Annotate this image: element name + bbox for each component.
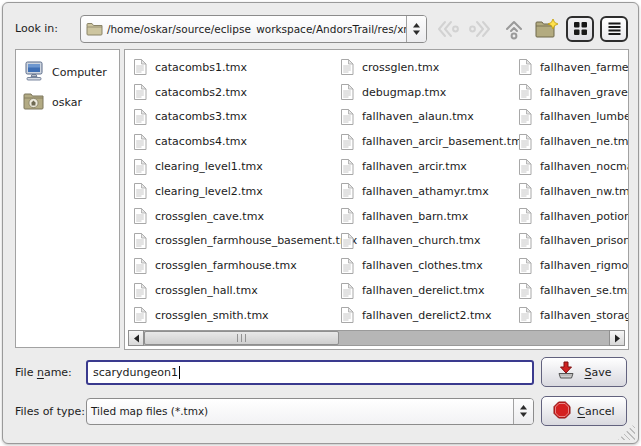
document-icon (340, 233, 354, 249)
save-button[interactable]: Save (541, 357, 627, 387)
file-item[interactable]: fallhaven_clothes.tmx (336, 253, 514, 278)
file-item[interactable]: clearing_level2.tmx (129, 179, 336, 204)
file-item[interactable]: fallhaven_farmer (514, 55, 628, 80)
file-item[interactable]: fallhaven_arcir_basement.tmx (336, 129, 514, 154)
document-icon (340, 307, 354, 323)
file-item[interactable]: crossglen.tmx (336, 55, 514, 80)
file-name-text: fallhaven_clothes.tmx (362, 259, 483, 272)
up-folder-button[interactable] (500, 15, 527, 42)
document-icon (133, 159, 147, 175)
file-item[interactable]: fallhaven_potion (514, 204, 628, 229)
document-icon (518, 84, 532, 100)
file-item[interactable]: crossglen_smith.tmx (129, 303, 336, 327)
file-item[interactable]: fallhaven_derelict2.tmx (336, 303, 514, 327)
back-button[interactable] (434, 15, 461, 42)
combo-spinner-icon[interactable] (406, 16, 426, 42)
file-name-input[interactable]: scarydungeon1 (86, 360, 534, 385)
forward-button[interactable] (467, 15, 494, 42)
file-item[interactable]: fallhaven_church.tmx (336, 229, 514, 254)
file-item[interactable]: crossglen_hall.tmx (129, 278, 336, 303)
files-of-type-label: Files of type: (15, 405, 86, 418)
file-item[interactable]: fallhaven_nw.tmx (514, 179, 628, 204)
file-item[interactable]: fallhaven_nocma (514, 154, 628, 179)
document-icon (133, 134, 147, 150)
document-icon (340, 283, 354, 299)
file-item[interactable]: fallhaven_storag (514, 303, 628, 327)
forward-icon (468, 19, 493, 39)
file-item[interactable]: fallhaven_barn.tmx (336, 204, 514, 229)
file-name-text: catacombs2.tmx (155, 86, 247, 99)
cancel-button[interactable]: Cancel (541, 396, 627, 426)
document-icon (133, 233, 147, 249)
file-item[interactable]: fallhaven_athamyr.tmx (336, 179, 514, 204)
document-icon (340, 208, 354, 224)
document-icon (518, 109, 532, 125)
file-name-text: crossglen_hall.tmx (155, 284, 258, 297)
file-name-text: clearing_level1.tmx (155, 160, 263, 173)
new-folder-button[interactable] (533, 15, 560, 42)
save-file-dialog: Look in: /home/oskar/source/eclipse_work… (2, 2, 639, 444)
file-item[interactable]: fallhaven_rigmor (514, 253, 628, 278)
file-item[interactable]: fallhaven_se.tmx (514, 278, 628, 303)
horizontal-scrollbar[interactable] (128, 330, 625, 346)
file-name-text: fallhaven_barn.tmx (362, 210, 468, 223)
file-item[interactable]: fallhaven_lumber (514, 105, 628, 130)
file-item[interactable]: debugmap.tmx (336, 80, 514, 105)
file-item[interactable]: crossglen_cave.tmx (129, 204, 336, 229)
file-item[interactable]: crossglen_farmhouse.tmx (129, 253, 336, 278)
file-name-text: fallhaven_rigmor (540, 259, 628, 272)
file-item[interactable]: fallhaven_ne.tmx (514, 129, 628, 154)
file-name-text: fallhaven_ne.tmx (540, 135, 628, 148)
file-item[interactable]: fallhaven_graved (514, 80, 628, 105)
file-item[interactable]: catacombs3.tmx (129, 105, 336, 130)
document-icon (340, 159, 354, 175)
document-icon (518, 59, 532, 75)
document-icon (133, 84, 147, 100)
file-name-text: crossglen_farmhouse_basement.tmx (155, 234, 357, 247)
file-item[interactable]: fallhaven_alaun.tmx (336, 105, 514, 130)
document-icon (518, 208, 532, 224)
scrollbar-right-arrow-icon[interactable] (609, 330, 625, 346)
file-name-text: fallhaven_se.tmx (540, 284, 628, 297)
sidebar-item-computer[interactable]: Computer (20, 57, 115, 87)
file-name-text: fallhaven_nocma (540, 160, 628, 173)
document-icon (133, 183, 147, 199)
file-item[interactable]: catacombs4.tmx (129, 129, 336, 154)
look-in-combobox[interactable]: /home/oskar/source/eclipse_workspace/And… (80, 15, 427, 43)
file-name-label: File name: (15, 366, 86, 379)
file-name-text: fallhaven_athamyr.tmx (362, 185, 489, 198)
document-icon (133, 59, 147, 75)
file-item[interactable]: crossglen_farmhouse_basement.tmx (129, 229, 336, 254)
text-caret (179, 366, 180, 379)
file-name-text: fallhaven_church.tmx (362, 234, 481, 247)
document-icon (340, 109, 354, 125)
combo-spinner-icon[interactable] (513, 399, 533, 424)
cancel-button-label: Cancel (577, 405, 614, 418)
scrollbar-thumb[interactable] (144, 331, 339, 345)
list-view-button[interactable] (600, 16, 628, 42)
document-icon (133, 283, 147, 299)
home-folder-icon (23, 92, 45, 113)
file-item[interactable]: clearing_level1.tmx (129, 154, 336, 179)
file-name-text: fallhaven_arcir.tmx (362, 160, 467, 173)
file-item[interactable]: catacombs1.tmx (129, 55, 336, 80)
file-item[interactable]: catacombs2.tmx (129, 80, 336, 105)
sidebar-item-oskar[interactable]: oskar (20, 87, 115, 117)
file-name-text: crossglen_cave.tmx (155, 210, 264, 223)
file-item[interactable]: fallhaven_prison (514, 229, 628, 254)
file-item[interactable]: fallhaven_derelict.tmx (336, 278, 514, 303)
up-folder-icon (502, 18, 526, 40)
file-type-combobox[interactable]: Tiled map files (*.tmx) (86, 398, 534, 425)
file-name-row: File name: scarydungeon1 Save (15, 357, 628, 387)
scrollbar-left-arrow-icon[interactable] (128, 330, 144, 346)
scrollbar-track[interactable] (144, 330, 609, 346)
file-name-text: fallhaven_alaun.tmx (362, 110, 474, 123)
file-name-text: fallhaven_farmer (540, 61, 628, 74)
look-in-label: Look in: (15, 22, 80, 35)
file-item[interactable]: fallhaven_arcir.tmx (336, 154, 514, 179)
file-name-text: fallhaven_prison (540, 234, 628, 247)
file-type-value: Tiled map files (*.tmx) (87, 405, 513, 417)
document-icon (518, 258, 532, 274)
grid-view-button[interactable] (566, 16, 594, 42)
document-icon (340, 183, 354, 199)
